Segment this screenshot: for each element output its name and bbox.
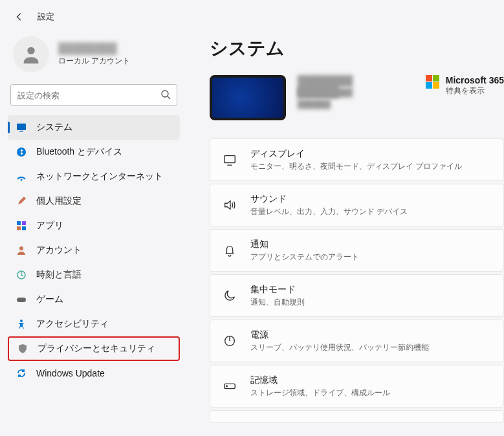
search-icon — [160, 89, 171, 100]
card-title: ディスプレイ — [250, 148, 462, 160]
nav-label: 個人用設定 — [36, 195, 82, 207]
settings-cards: ディスプレイモニター、明るさ、夜間モード、ディスプレイ プロファイル サウンド音… — [210, 138, 504, 423]
profile-account-type: ローカル アカウント — [58, 56, 130, 67]
system-icon — [16, 122, 27, 133]
page-title: システム — [210, 36, 504, 61]
nav-label: 時刻と言語 — [36, 269, 82, 281]
svg-rect-3 — [19, 131, 23, 132]
svg-point-1 — [162, 91, 168, 97]
svg-rect-14 — [225, 156, 236, 163]
nav-item-apps[interactable]: アプリ — [8, 213, 180, 238]
device-name: ████████ ██████ — [298, 75, 395, 85]
card-subtitle: アプリとシステムでのアラート — [250, 252, 359, 263]
svg-rect-6 — [17, 221, 21, 225]
card-subtitle: スリーブ、バッテリ使用状況、バッテリー節約機能 — [250, 342, 429, 353]
nav-label: アクセシビリティ — [36, 318, 109, 330]
sound-icon — [222, 197, 237, 213]
apps-icon — [16, 220, 27, 232]
svg-point-4 — [17, 147, 26, 157]
card-extra[interactable] — [210, 410, 504, 423]
bluetooth-icon — [16, 146, 27, 158]
bell-icon — [222, 243, 237, 258]
card-subtitle: 音量レベル、出力、入力、サウンド デバイス — [250, 206, 408, 217]
card-storage[interactable]: 記憶域ストレージ領域、ドライブ、構成ルール — [210, 365, 504, 408]
profile-block[interactable]: ████████ ローカル アカウント — [8, 28, 180, 84]
nav-item-network[interactable]: ネットワークとインターネット — [8, 164, 180, 189]
card-subtitle: 通知、自動規則 — [250, 297, 305, 308]
network-icon — [16, 171, 27, 182]
nav-item-personalize[interactable]: 個人用設定 — [8, 189, 180, 213]
sidebar: ████████ ローカル アカウント システム Bluetooth とデバイス… — [0, 28, 188, 423]
main-content: システム ████████ ██████ ██████████ ██████ M… — [188, 28, 504, 423]
svg-point-10 — [19, 246, 23, 250]
display-icon — [222, 152, 237, 168]
svg-point-5 — [21, 179, 23, 181]
nav-label: Windows Update — [36, 368, 105, 378]
card-title: 電源 — [250, 329, 429, 341]
svg-rect-7 — [22, 221, 26, 225]
ms365-block[interactable]: Microsoft 365 特典を表示 — [426, 75, 504, 96]
nav-item-accessibility[interactable]: アクセシビリティ — [8, 312, 180, 336]
card-focus[interactable]: 集中モード通知、自動規則 — [210, 274, 504, 317]
nav-label: ネットワークとインターネット — [36, 171, 163, 182]
nav-label: Bluetooth とデバイス — [36, 146, 122, 158]
nav-item-system[interactable]: システム — [8, 115, 180, 140]
nav-label: システム — [36, 122, 72, 133]
nav-label: アプリ — [36, 220, 63, 232]
device-sub2: ██████ — [298, 100, 343, 107]
device-info[interactable]: ████████ ██████ ██████████ ██████ — [298, 75, 414, 107]
moon-icon — [222, 288, 237, 303]
svg-point-17 — [226, 386, 228, 387]
card-title: サウンド — [250, 193, 408, 205]
svg-rect-12 — [17, 298, 26, 302]
card-subtitle: ストレージ領域、ドライブ、構成ルール — [250, 387, 390, 398]
svg-rect-9 — [22, 226, 26, 230]
profile-name: ████████ — [58, 43, 130, 54]
power-icon — [222, 333, 237, 349]
device-thumbnail[interactable] — [210, 75, 286, 120]
card-power[interactable]: 電源スリーブ、バッテリ使用状況、バッテリー節約機能 — [210, 320, 504, 362]
nav-item-gaming[interactable]: ゲーム — [8, 287, 180, 312]
brush-icon — [16, 195, 27, 207]
nav-item-time[interactable]: 時刻と言語 — [8, 263, 180, 287]
avatar-icon — [13, 36, 49, 72]
card-sound[interactable]: サウンド音量レベル、出力、入力、サウンド デバイス — [210, 184, 504, 226]
svg-rect-8 — [17, 226, 21, 230]
ms365-title: Microsoft 365 — [446, 75, 504, 85]
nav-item-update[interactable]: Windows Update — [8, 361, 180, 386]
card-title: 集中モード — [250, 284, 305, 296]
shield-icon — [17, 343, 28, 354]
ms365-subtitle: 特典を表示 — [446, 85, 504, 96]
search-input[interactable] — [10, 84, 177, 106]
card-notify[interactable]: 通知アプリとシステムでのアラート — [210, 229, 504, 272]
gaming-icon — [16, 294, 27, 305]
nav-label: アカウント — [36, 245, 82, 256]
account-icon — [16, 245, 27, 256]
svg-rect-2 — [17, 124, 26, 130]
update-icon — [16, 367, 27, 379]
card-subtitle: モニター、明るさ、夜間モード、ディスプレイ プロファイル — [250, 161, 462, 172]
nav-label: プライバシーとセキュリティ — [38, 343, 155, 354]
card-title: 記憶域 — [250, 375, 390, 386]
card-display[interactable]: ディスプレイモニター、明るさ、夜間モード、ディスプレイ プロファイル — [210, 138, 504, 181]
device-sub1: ██████████ — [298, 88, 362, 96]
nav-list: システム Bluetooth とデバイス ネットワークとインターネット 個人用設… — [8, 115, 180, 386]
device-row: ████████ ██████ ██████████ ██████ Micros… — [210, 75, 504, 120]
clock-icon — [16, 269, 27, 281]
nav-item-account[interactable]: アカウント — [8, 238, 180, 263]
card-title: 通知 — [250, 239, 359, 250]
svg-point-0 — [27, 47, 34, 54]
back-button[interactable] — [13, 10, 26, 23]
nav-item-bluetooth[interactable]: Bluetooth とデバイス — [8, 140, 180, 164]
storage-icon — [222, 378, 237, 394]
accessibility-icon — [16, 318, 27, 330]
svg-point-13 — [20, 320, 23, 322]
nav-item-privacy[interactable]: プライバシーとセキュリティ — [8, 336, 180, 361]
app-title: 設定 — [38, 11, 54, 23]
nav-label: ゲーム — [36, 294, 63, 305]
microsoft-logo-icon — [426, 75, 439, 89]
